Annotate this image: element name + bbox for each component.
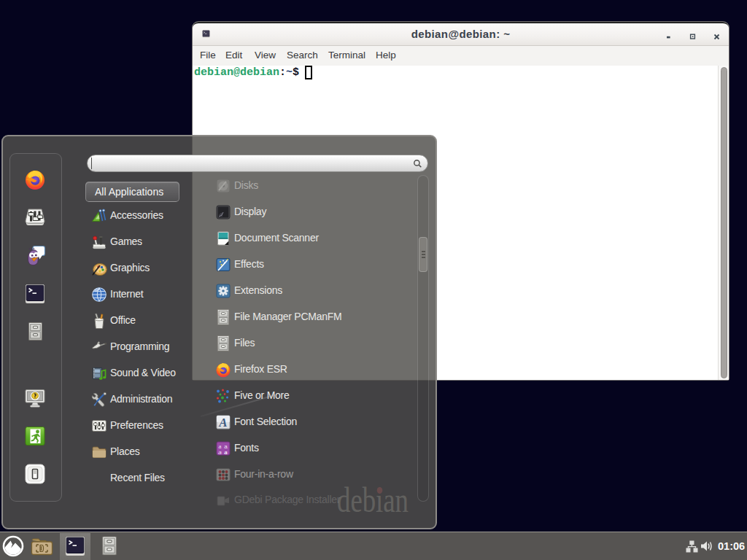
svg-text:a: a <box>224 448 228 456</box>
svg-text:a: a <box>219 443 222 450</box>
svg-text:a: a <box>218 449 222 456</box>
svg-text:A: A <box>218 416 227 429</box>
